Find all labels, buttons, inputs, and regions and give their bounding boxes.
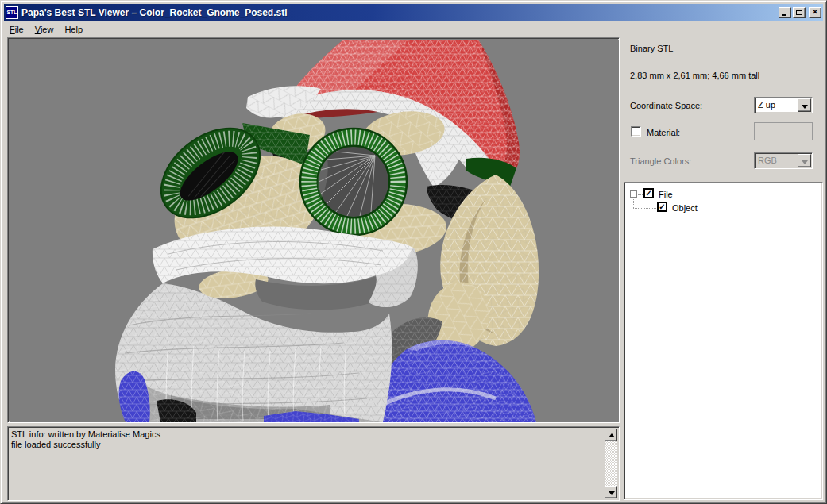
app-window: STL Papa's Best STL Viewer – Color_Rocke… (0, 0, 827, 504)
tree-connector (638, 194, 643, 195)
model-tree[interactable]: ✓ File ✓ Object (624, 182, 823, 500)
tree-object-checkbox[interactable]: ✓ (657, 202, 667, 212)
tree-file-checkbox[interactable]: ✓ (643, 188, 654, 198)
file-format-label: Binary STL (630, 44, 673, 53)
tree-connector (633, 199, 634, 208)
chevron-down-icon (802, 105, 808, 109)
minimize-button[interactable] (779, 7, 791, 18)
material-input (754, 122, 813, 140)
triangle-colors-dropdown-button (798, 154, 811, 167)
model-viewport[interactable] (7, 37, 620, 423)
coordinate-space-select[interactable]: Z up (754, 97, 813, 113)
menu-item-view[interactable]: View (29, 23, 60, 36)
chevron-down-icon (802, 160, 808, 164)
tree-item-object[interactable]: Object (672, 203, 698, 213)
menu-item-file[interactable]: File (4, 23, 29, 36)
status-line: file loaded successfully (11, 440, 601, 450)
app-icon: STL (6, 6, 18, 19)
gnome-goggle-right (300, 129, 407, 235)
tree-expander[interactable] (630, 190, 637, 198)
triangle-colors-select: RGB (754, 152, 813, 169)
status-line: STL info: written by Materialise Magics (11, 429, 601, 440)
arrow-down-icon (609, 491, 615, 495)
maximize-icon (796, 10, 802, 15)
triangle-colors-value: RGB (758, 156, 777, 165)
close-button[interactable]: ✕ (809, 7, 821, 18)
arrow-up-icon (609, 433, 615, 437)
tree-connector (633, 208, 656, 209)
status-log[interactable]: STL info: written by Materialise Magics … (7, 426, 620, 501)
window-controls: ✕ (779, 7, 821, 18)
window-title: Papa's Best STL Viewer – Color_Rocket_Gn… (21, 7, 288, 18)
maximize-button[interactable] (793, 7, 806, 18)
title-bar[interactable]: STL Papa's Best STL Viewer – Color_Rocke… (4, 4, 823, 21)
collapse-icon (632, 194, 636, 194)
coordinate-space-dropdown-button[interactable] (798, 98, 811, 112)
menu-item-help[interactable]: Help (59, 23, 88, 36)
scroll-down-button[interactable] (605, 486, 617, 498)
log-scrollbar[interactable] (605, 429, 617, 498)
gnome-model-render (10, 40, 619, 422)
tree-item-file[interactable]: File (659, 190, 673, 199)
coordinate-space-label: Coordinate Space: (630, 101, 702, 110)
triangle-colors-label: Triangle Colors: (630, 156, 691, 166)
scroll-up-button[interactable] (605, 429, 617, 441)
material-checkbox[interactable] (631, 126, 641, 137)
coordinate-space-value: Z up (758, 100, 775, 110)
status-log-lines: STL info: written by Materialise Magics … (11, 429, 601, 450)
model-dimensions-label: 2,83 mm x 2,61 mm; 4,66 mm tall (630, 71, 759, 80)
menu-bar: FileViewHelp (4, 21, 823, 37)
material-label: Material: (647, 128, 680, 137)
minimize-icon (782, 14, 786, 16)
